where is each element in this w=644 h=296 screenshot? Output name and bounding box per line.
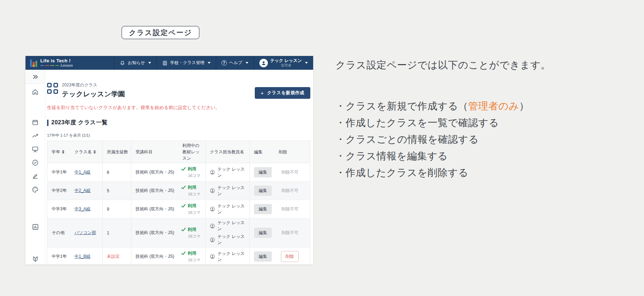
menu-school-class-admin[interactable]: 学校・クラス管理 [156, 56, 216, 70]
class-name-link[interactable]: 中3_A組 [75, 206, 91, 211]
sidebar-item-edit[interactable] [31, 172, 39, 180]
table-header-row: 学年 クラス名 所属生徒数 受講科 [47, 141, 310, 163]
class-name-link[interactable]: 中1_B組 [75, 254, 91, 259]
teacher-cell: テック レッスン [206, 200, 250, 218]
edit-button[interactable]: 編集 [254, 186, 272, 196]
menu-notifications[interactable]: お知らせ [114, 56, 156, 70]
teacher-icon [210, 237, 215, 243]
sort-icon [62, 150, 64, 154]
subject-cell: 技術科 (双方向・JS) [131, 200, 178, 218]
check-icon [181, 228, 186, 232]
classes-grid-icon [47, 83, 58, 94]
teacher-cell: テック レッスン テック レッスン [206, 218, 250, 247]
description-bullet: ・クラス情報を編集する [335, 148, 583, 164]
delete-button[interactable]: 削除 [281, 251, 299, 262]
chevron-down-icon [305, 62, 308, 64]
class-name-link[interactable]: 中2_A組 [75, 188, 91, 193]
subject-cell: 技術科 (双方向・JS) [131, 182, 178, 200]
students-cell: 6 [103, 163, 131, 182]
usage-cell: 利用 16コマ [178, 218, 206, 247]
check-circle-icon [31, 159, 39, 166]
presentation-icon [31, 146, 39, 153]
unassigned-warning: 生徒を割り当てていないクラスがあります。授業を始める前に設定してください。 [47, 104, 310, 111]
edit-button[interactable]: 編集 [254, 167, 272, 177]
table-row: 中学3年 中3_A組 9 技術科 (双方向・JS) 利用 16コマ テック レッ… [47, 200, 310, 218]
home-icon [31, 88, 39, 96]
column-header-class-name[interactable]: クラス名 [70, 141, 103, 163]
table-row: 中学2年 中2_A組 5 技術科 (双方向・JS) 利用 16コマ テック レッ… [47, 182, 310, 200]
page-label: クラス設定ページ [121, 26, 200, 39]
teacher-icon [210, 223, 215, 229]
edit-button[interactable]: 編集 [254, 204, 272, 214]
column-header-edit: 編集 [250, 141, 275, 163]
description-bullet: ・クラスを新規で作成する（管理者のみ） [335, 98, 583, 114]
subject-cell: 技術科 (双方向・JS) [131, 218, 178, 247]
class-name-link[interactable]: パソコン部 [75, 230, 96, 235]
create-class-button[interactable]: + クラスを新規作成 [255, 87, 310, 99]
result-count: 17件中 1-17 を表示 (1/1) [47, 133, 310, 138]
column-header-delete: 削除 [275, 141, 310, 163]
section-accent-bar [47, 120, 48, 126]
brand-logo[interactable]: Life is Tech ! Lesson [25, 56, 73, 70]
user-avatar [259, 59, 268, 67]
admin-only-highlight: 管理者のみ [468, 101, 519, 112]
bar-chart-icon [31, 223, 39, 231]
description-bullet: ・作成したクラスを削除する [335, 164, 583, 181]
column-header-subject: 受講科目 [131, 141, 178, 163]
check-icon [181, 167, 186, 171]
sidebar-expand-button[interactable] [25, 70, 45, 84]
table-row: 中学1年 中1_B組 未設定 技術科 (双方向・JS) 利用 16コマ テック … [47, 247, 310, 265]
teacher-icon [210, 188, 215, 193]
chevrons-right-icon [32, 73, 39, 80]
sidebar-item-creative[interactable] [31, 186, 39, 193]
check-icon [181, 204, 186, 208]
menu-help[interactable]: ? ヘルプ [216, 56, 254, 70]
building-icon [162, 60, 168, 66]
class-name-link[interactable]: 中1_A組 [75, 170, 91, 175]
brand-script: Lesson [60, 64, 73, 67]
table-row: 中学1年 中1_A組 6 技術科 (双方向・JS) 利用 16コマ テック レッ… [47, 163, 310, 182]
chevron-down-icon [148, 62, 151, 64]
sidebar-item-analytics[interactable] [31, 132, 39, 140]
description-bullet: ・作成したクラスを一覧で確認する [335, 114, 583, 131]
sidebar-item-tasks[interactable] [31, 159, 39, 166]
user-role: 管理者 [270, 63, 302, 68]
description-heading: クラス設定ページでは以下のことができます。 [335, 58, 583, 72]
sidebar-item-calendar[interactable] [31, 118, 39, 126]
column-header-students: 所属生徒数 [103, 141, 131, 163]
edit-button[interactable]: 編集 [254, 228, 272, 238]
grade-cell: 中学2年 [47, 182, 70, 200]
edit-button[interactable]: 編集 [254, 251, 272, 262]
app-screenshot: Life is Tech ! Lesson お知らせ [25, 56, 313, 264]
delete-disabled-label: 削除不可 [279, 206, 299, 211]
help-icon: ? [222, 60, 227, 66]
user-menu[interactable]: テック レッスン 管理者 [254, 56, 313, 70]
school-name: テックレッスン学園 [62, 90, 125, 99]
usage-cell: 利用 16コマ [178, 200, 206, 218]
sidebar [25, 70, 45, 264]
user-name: テック レッスン [270, 58, 302, 63]
year-label: 2023年度のクラス [62, 82, 125, 88]
sidebar-item-home[interactable] [31, 88, 39, 96]
sidebar-item-reports[interactable] [31, 223, 39, 231]
page: { "page_label": "クラス設定ページ", "app": { "na… [0, 0, 644, 296]
check-icon [181, 251, 186, 255]
column-header-grade[interactable]: 学年 [47, 141, 70, 163]
teacher-cell: テック レッスン [206, 163, 250, 182]
check-icon [181, 186, 186, 189]
brand-name: Life is Tech ! [40, 58, 73, 63]
column-header-teacher: クラス担当教員名 [206, 141, 250, 163]
chevron-down-icon [208, 62, 211, 64]
delete-disabled-label: 削除不可 [279, 188, 299, 193]
sidebar-item-lessons[interactable] [31, 145, 39, 153]
teacher-icon [210, 206, 215, 212]
main-content: 2023年度のクラス テックレッスン学園 + クラスを新規作成 生徒を割り当てて… [45, 70, 313, 264]
students-cell: 5 [103, 182, 131, 200]
menu-help-label: ヘルプ [229, 60, 242, 66]
trending-up-icon [31, 132, 39, 140]
menu-school-class-admin-label: 学校・クラス管理 [170, 60, 205, 66]
description-list: ・クラスを新規で作成する（管理者のみ） ・作成したクラスを一覧で確認する ・クラ… [335, 98, 583, 181]
calendar-icon [31, 119, 39, 126]
sidebar-item-beginner-guide[interactable] [31, 255, 39, 263]
grade-cell: 中学3年 [47, 200, 70, 218]
